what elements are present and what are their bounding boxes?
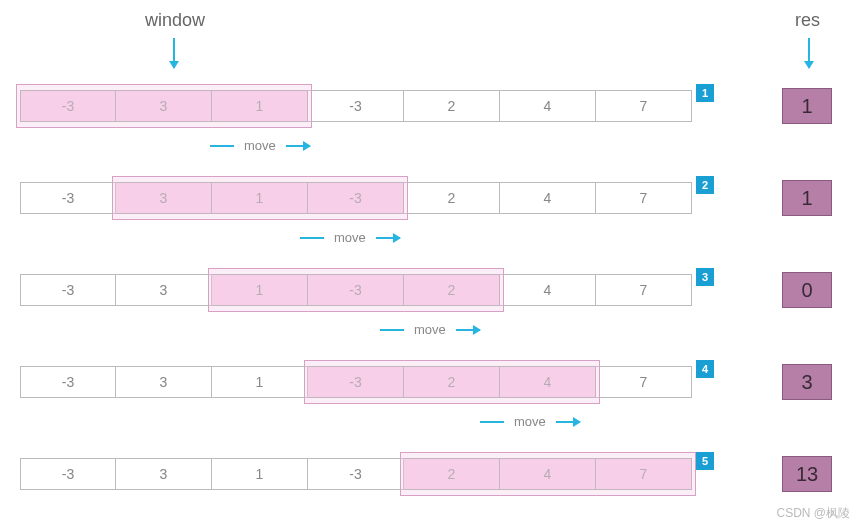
res-box-1: 1 [782, 88, 832, 124]
res-box-2: 1 [782, 180, 832, 216]
step-badge-5: 5 [696, 452, 714, 470]
step-badge-2: 2 [696, 176, 714, 194]
step-row-4: -3 3 1 -3 2 4 7 4 3 move [20, 356, 845, 408]
move-line-icon [480, 421, 504, 423]
array-cell: 4 [500, 90, 596, 122]
array-cell: 4 [500, 182, 596, 214]
array-cell: -3 [308, 458, 404, 490]
array-cell: -3 [20, 458, 116, 490]
array-cell: 7 [596, 274, 692, 306]
array-cell: 4 [500, 274, 596, 306]
array-cell: 1 [212, 182, 308, 214]
watermark: CSDN @枫陵 [776, 505, 850, 522]
res-arrow [808, 38, 810, 68]
move-arrow-icon [376, 237, 400, 239]
move-label-1: move [210, 138, 310, 153]
array-cell: 1 [212, 366, 308, 398]
move-text: move [334, 230, 366, 245]
move-line-icon [380, 329, 404, 331]
array-cell: 2 [404, 90, 500, 122]
array-cell: 3 [116, 366, 212, 398]
array-cell: 2 [404, 366, 500, 398]
array-cell: 4 [500, 458, 596, 490]
array-5: -3 3 1 -3 2 4 7 [20, 458, 692, 490]
array-cell: 1 [212, 458, 308, 490]
array-1: -3 3 1 -3 2 4 7 [20, 90, 692, 122]
move-label-2: move [300, 230, 400, 245]
array-cell: 4 [500, 366, 596, 398]
array-cell: 2 [404, 458, 500, 490]
res-box-5: 13 [782, 456, 832, 492]
array-cell: -3 [20, 90, 116, 122]
array-cell: -3 [20, 274, 116, 306]
step-row-5: -3 3 1 -3 2 4 7 5 13 [20, 448, 845, 500]
step-row-1: -3 3 1 -3 2 4 7 1 1 move [20, 80, 845, 132]
array-cell: 3 [116, 458, 212, 490]
res-box-3: 0 [782, 272, 832, 308]
array-cell: -3 [308, 366, 404, 398]
move-text: move [244, 138, 276, 153]
array-cell: 3 [116, 182, 212, 214]
array-cell: 2 [404, 274, 500, 306]
array-cell: 1 [212, 274, 308, 306]
array-cell: 7 [596, 90, 692, 122]
move-arrow-icon [286, 145, 310, 147]
array-2: -3 3 1 -3 2 4 7 [20, 182, 692, 214]
array-3: -3 3 1 -3 2 4 7 [20, 274, 692, 306]
array-cell: 7 [596, 458, 692, 490]
move-arrow-icon [556, 421, 580, 423]
array-cell: 1 [212, 90, 308, 122]
step-badge-3: 3 [696, 268, 714, 286]
move-text: move [414, 322, 446, 337]
array-cell: 3 [116, 90, 212, 122]
array-cell: 7 [596, 182, 692, 214]
array-cell: -3 [20, 366, 116, 398]
move-line-icon [210, 145, 234, 147]
step-badge-1: 1 [696, 84, 714, 102]
array-4: -3 3 1 -3 2 4 7 [20, 366, 692, 398]
move-label-4: move [480, 414, 580, 429]
move-text: move [514, 414, 546, 429]
res-box-4: 3 [782, 364, 832, 400]
array-cell: 2 [404, 182, 500, 214]
res-label: res [795, 10, 820, 31]
array-cell: -3 [308, 90, 404, 122]
array-cell: 3 [116, 274, 212, 306]
header: window res [20, 10, 845, 80]
window-arrow [173, 38, 175, 68]
step-row-2: -3 3 1 -3 2 4 7 2 1 move [20, 172, 845, 224]
window-label: window [145, 10, 205, 31]
array-cell: -3 [308, 274, 404, 306]
step-badge-4: 4 [696, 360, 714, 378]
move-label-3: move [380, 322, 480, 337]
array-cell: 7 [596, 366, 692, 398]
array-cell: -3 [20, 182, 116, 214]
move-arrow-icon [456, 329, 480, 331]
step-row-3: -3 3 1 -3 2 4 7 3 0 move [20, 264, 845, 316]
move-line-icon [300, 237, 324, 239]
array-cell: -3 [308, 182, 404, 214]
